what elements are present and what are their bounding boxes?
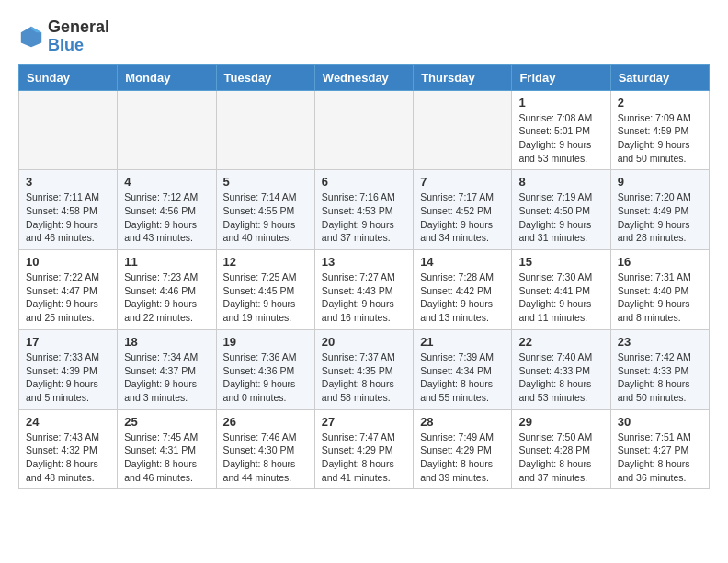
weekday-header-saturday: Saturday xyxy=(610,64,709,90)
calendar-cell: 8Sunrise: 7:19 AM Sunset: 4:50 PM Daylig… xyxy=(512,170,610,250)
day-info: Sunrise: 7:31 AM Sunset: 4:40 PM Dayligh… xyxy=(618,270,702,325)
calendar-cell: 20Sunrise: 7:37 AM Sunset: 4:35 PM Dayli… xyxy=(314,329,413,409)
calendar-cell xyxy=(216,90,314,170)
day-info: Sunrise: 7:09 AM Sunset: 4:59 PM Dayligh… xyxy=(618,111,702,166)
calendar-cell: 10Sunrise: 7:22 AM Sunset: 4:47 PM Dayli… xyxy=(19,250,118,330)
calendar-cell: 15Sunrise: 7:30 AM Sunset: 4:41 PM Dayli… xyxy=(512,250,610,330)
logo-icon xyxy=(18,24,44,50)
day-info: Sunrise: 7:20 AM Sunset: 4:49 PM Dayligh… xyxy=(618,190,702,245)
day-number: 15 xyxy=(518,255,603,269)
day-number: 16 xyxy=(618,255,702,269)
calendar-cell: 7Sunrise: 7:17 AM Sunset: 4:52 PM Daylig… xyxy=(414,170,512,250)
calendar-cell: 11Sunrise: 7:23 AM Sunset: 4:46 PM Dayli… xyxy=(118,250,216,330)
day-number: 7 xyxy=(420,175,505,189)
weekday-header-sunday: Sunday xyxy=(19,64,118,90)
day-number: 6 xyxy=(322,175,406,189)
day-info: Sunrise: 7:22 AM Sunset: 4:47 PM Dayligh… xyxy=(26,270,110,325)
logo: General Blue xyxy=(18,18,109,55)
day-info: Sunrise: 7:12 AM Sunset: 4:56 PM Dayligh… xyxy=(124,190,209,245)
day-number: 14 xyxy=(420,255,505,269)
page-header: General Blue xyxy=(18,18,710,55)
day-info: Sunrise: 7:43 AM Sunset: 4:32 PM Dayligh… xyxy=(26,431,110,485)
day-info: Sunrise: 7:34 AM Sunset: 4:37 PM Dayligh… xyxy=(124,350,209,405)
calendar-cell: 27Sunrise: 7:47 AM Sunset: 4:29 PM Dayli… xyxy=(314,409,413,489)
day-info: Sunrise: 7:11 AM Sunset: 4:58 PM Dayligh… xyxy=(26,190,110,245)
day-number: 9 xyxy=(618,175,702,189)
calendar-cell: 17Sunrise: 7:33 AM Sunset: 4:39 PM Dayli… xyxy=(19,329,118,409)
day-info: Sunrise: 7:30 AM Sunset: 4:41 PM Dayligh… xyxy=(518,270,603,325)
calendar-cell: 18Sunrise: 7:34 AM Sunset: 4:37 PM Dayli… xyxy=(118,329,216,409)
day-info: Sunrise: 7:17 AM Sunset: 4:52 PM Dayligh… xyxy=(420,190,505,245)
calendar-cell: 28Sunrise: 7:49 AM Sunset: 4:29 PM Dayli… xyxy=(414,409,512,489)
calendar-cell: 1Sunrise: 7:08 AM Sunset: 5:01 PM Daylig… xyxy=(512,90,610,170)
calendar-week-4: 17Sunrise: 7:33 AM Sunset: 4:39 PM Dayli… xyxy=(19,329,710,409)
day-number: 27 xyxy=(322,415,406,429)
day-info: Sunrise: 7:25 AM Sunset: 4:45 PM Dayligh… xyxy=(223,270,308,325)
day-number: 12 xyxy=(223,255,308,269)
day-number: 8 xyxy=(518,175,603,189)
calendar-cell xyxy=(314,90,413,170)
day-info: Sunrise: 7:47 AM Sunset: 4:29 PM Dayligh… xyxy=(322,431,406,485)
weekday-header-wednesday: Wednesday xyxy=(314,64,413,90)
day-info: Sunrise: 7:51 AM Sunset: 4:27 PM Dayligh… xyxy=(618,431,702,485)
day-number: 3 xyxy=(26,175,110,189)
day-number: 25 xyxy=(124,415,209,429)
weekday-header-friday: Friday xyxy=(512,64,610,90)
day-number: 29 xyxy=(518,415,603,429)
calendar-week-2: 3Sunrise: 7:11 AM Sunset: 4:58 PM Daylig… xyxy=(19,170,710,250)
day-number: 30 xyxy=(618,415,702,429)
calendar-cell: 23Sunrise: 7:42 AM Sunset: 4:33 PM Dayli… xyxy=(610,329,709,409)
calendar-cell: 22Sunrise: 7:40 AM Sunset: 4:33 PM Dayli… xyxy=(512,329,610,409)
logo-general: General xyxy=(48,17,109,36)
calendar-week-3: 10Sunrise: 7:22 AM Sunset: 4:47 PM Dayli… xyxy=(19,250,710,330)
day-number: 23 xyxy=(618,335,702,349)
calendar-week-1: 1Sunrise: 7:08 AM Sunset: 5:01 PM Daylig… xyxy=(19,90,710,170)
day-number: 19 xyxy=(223,335,308,349)
day-number: 5 xyxy=(223,175,308,189)
calendar-cell: 3Sunrise: 7:11 AM Sunset: 4:58 PM Daylig… xyxy=(19,170,118,250)
calendar-cell: 9Sunrise: 7:20 AM Sunset: 4:49 PM Daylig… xyxy=(610,170,709,250)
day-info: Sunrise: 7:36 AM Sunset: 4:36 PM Dayligh… xyxy=(223,350,308,405)
day-info: Sunrise: 7:46 AM Sunset: 4:30 PM Dayligh… xyxy=(223,431,308,485)
day-info: Sunrise: 7:28 AM Sunset: 4:42 PM Dayligh… xyxy=(420,270,505,325)
calendar-week-5: 24Sunrise: 7:43 AM Sunset: 4:32 PM Dayli… xyxy=(19,409,710,489)
calendar-cell: 14Sunrise: 7:28 AM Sunset: 4:42 PM Dayli… xyxy=(414,250,512,330)
day-number: 10 xyxy=(26,255,110,269)
day-number: 17 xyxy=(26,335,110,349)
day-number: 21 xyxy=(420,335,505,349)
day-number: 24 xyxy=(26,415,110,429)
day-info: Sunrise: 7:45 AM Sunset: 4:31 PM Dayligh… xyxy=(124,431,209,485)
calendar-cell: 21Sunrise: 7:39 AM Sunset: 4:34 PM Dayli… xyxy=(414,329,512,409)
day-number: 28 xyxy=(420,415,505,429)
calendar-header: SundayMondayTuesdayWednesdayThursdayFrid… xyxy=(19,64,710,90)
weekday-header-tuesday: Tuesday xyxy=(216,64,314,90)
day-number: 11 xyxy=(124,255,209,269)
calendar-cell: 6Sunrise: 7:16 AM Sunset: 4:53 PM Daylig… xyxy=(314,170,413,250)
calendar-cell: 19Sunrise: 7:36 AM Sunset: 4:36 PM Dayli… xyxy=(216,329,314,409)
day-info: Sunrise: 7:49 AM Sunset: 4:29 PM Dayligh… xyxy=(420,431,505,485)
weekday-header-monday: Monday xyxy=(118,64,216,90)
day-info: Sunrise: 7:37 AM Sunset: 4:35 PM Dayligh… xyxy=(322,350,406,405)
day-number: 1 xyxy=(518,96,603,109)
day-number: 22 xyxy=(518,335,603,349)
calendar-cell: 30Sunrise: 7:51 AM Sunset: 4:27 PM Dayli… xyxy=(610,409,709,489)
calendar-cell: 26Sunrise: 7:46 AM Sunset: 4:30 PM Dayli… xyxy=(216,409,314,489)
day-info: Sunrise: 7:50 AM Sunset: 4:28 PM Dayligh… xyxy=(518,431,603,485)
weekday-header-thursday: Thursday xyxy=(414,64,512,90)
calendar-cell: 25Sunrise: 7:45 AM Sunset: 4:31 PM Dayli… xyxy=(118,409,216,489)
day-info: Sunrise: 7:19 AM Sunset: 4:50 PM Dayligh… xyxy=(518,190,603,245)
calendar-cell: 5Sunrise: 7:14 AM Sunset: 4:55 PM Daylig… xyxy=(216,170,314,250)
calendar-body: 1Sunrise: 7:08 AM Sunset: 5:01 PM Daylig… xyxy=(19,90,710,489)
day-info: Sunrise: 7:27 AM Sunset: 4:43 PM Dayligh… xyxy=(322,270,406,325)
day-info: Sunrise: 7:39 AM Sunset: 4:34 PM Dayligh… xyxy=(420,350,505,405)
day-number: 26 xyxy=(223,415,308,429)
calendar-cell: 4Sunrise: 7:12 AM Sunset: 4:56 PM Daylig… xyxy=(118,170,216,250)
day-info: Sunrise: 7:33 AM Sunset: 4:39 PM Dayligh… xyxy=(26,350,110,405)
day-info: Sunrise: 7:23 AM Sunset: 4:46 PM Dayligh… xyxy=(124,270,209,325)
logo-blue: Blue xyxy=(48,36,84,54)
day-info: Sunrise: 7:16 AM Sunset: 4:53 PM Dayligh… xyxy=(322,190,406,245)
day-number: 2 xyxy=(618,96,702,109)
calendar-cell: 24Sunrise: 7:43 AM Sunset: 4:32 PM Dayli… xyxy=(19,409,118,489)
day-number: 4 xyxy=(124,175,209,189)
calendar-cell xyxy=(414,90,512,170)
